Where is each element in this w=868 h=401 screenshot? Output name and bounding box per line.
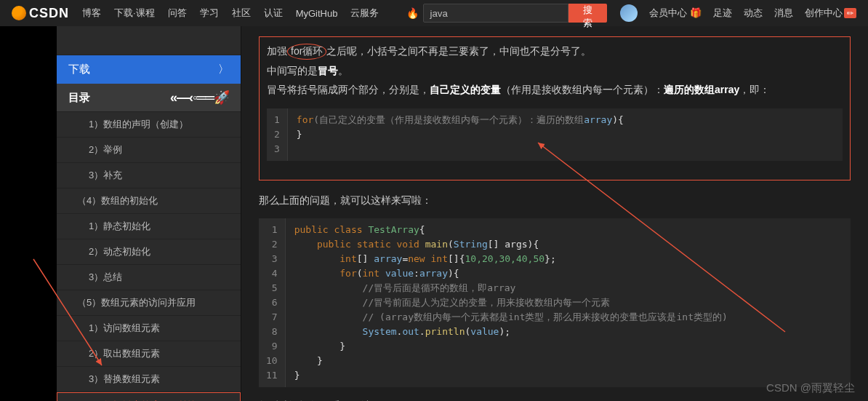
avatar[interactable]: [620, 4, 638, 22]
code-block-2: 1234567891011 public class TestArray{ pu…: [259, 218, 851, 387]
toc-list: 1）数组的声明（创建）2）举例3）补充（4）数组的初始化1）静态初始化2）动态初…: [57, 112, 241, 401]
left-gutter: [0, 26, 57, 401]
fire-icon: 🔥: [406, 7, 419, 19]
ellipse-annotation: for循环: [287, 44, 326, 60]
paragraph-1: 加强for循环之后呢，小括号之间不再是三要素了，中间也不是分号了。: [267, 41, 843, 61]
search-input[interactable]: [423, 4, 568, 23]
nav-community[interactable]: 社区: [232, 7, 251, 20]
logo[interactable]: CSDN: [12, 6, 69, 21]
paragraph-4: 那么上面的问题，就可以这样来写啦：: [259, 191, 851, 210]
toc-item[interactable]: 2）举例: [57, 138, 241, 163]
toc-item[interactable]: 4）数组元素的遍历（轮询）: [57, 392, 241, 401]
article-content: 加强for循环之后呢，小括号之间不再是三要素了，中间也不是分号了。 中间写的是冒…: [241, 26, 868, 401]
logo-icon: [12, 6, 26, 20]
line-gutter: 123: [267, 108, 288, 161]
sidebar-download[interactable]: 下载 〉: [57, 55, 241, 84]
nav-create[interactable]: 创作中心✏: [805, 7, 856, 20]
main-layout: 下载 〉 目录 «—‹◦══🚀 1）数组的声明（创建）2）举例3）补充（4）数组…: [0, 26, 868, 401]
toc-item[interactable]: 3）补充: [57, 163, 241, 188]
highlight-box: 加强for循环之后呢，小括号之间不再是三要素了，中间也不是分号了。 中间写的是冒…: [259, 36, 851, 180]
code-body[interactable]: for(自己定义的变量（作用是接收数组内每一个元素）：遍历的数组array){}: [288, 108, 632, 161]
top-navigation: CSDN 博客 下载·课程 问答 学习 社区 认证 MyGitHub 云服务 🔥…: [0, 0, 868, 26]
download-label: 下载: [68, 63, 90, 76]
nav-qa[interactable]: 问答: [168, 7, 187, 20]
nav-learn[interactable]: 学习: [200, 7, 219, 20]
toc-item[interactable]: （4）数组的初始化: [57, 188, 241, 214]
nav-github[interactable]: MyGitHub: [296, 8, 338, 19]
chevron-right-icon: 〉: [218, 63, 229, 76]
search-button[interactable]: 搜索: [568, 4, 608, 23]
nav-right: 会员中心 🎁 足迹 动态 消息 创作中心✏: [620, 4, 856, 22]
search-wrap: 🔥 搜索: [406, 4, 607, 23]
nav-activity[interactable]: 动态: [744, 7, 763, 20]
sidebar: 下载 〉 目录 «—‹◦══🚀 1）数组的声明（创建）2）举例3）补充（4）数组…: [57, 26, 241, 401]
nav-message[interactable]: 消息: [774, 7, 793, 20]
paragraph-5: 然后编译运行，看一下结果：: [259, 396, 851, 401]
toc-item[interactable]: 1）静态初始化: [57, 214, 241, 239]
code-block-1: 123 for(自己定义的变量（作用是接收数组内每一个元素）：遍历的数组arra…: [267, 108, 843, 161]
toc-item[interactable]: 3）总结: [57, 265, 241, 290]
nav-download[interactable]: 下载·课程: [114, 7, 155, 20]
toc-item[interactable]: 2）动态初始化: [57, 239, 241, 265]
nav-blog[interactable]: 博客: [82, 7, 101, 20]
nav-cert[interactable]: 认证: [264, 7, 283, 20]
sidebar-spacer: [57, 26, 241, 55]
pen-icon: ✏: [844, 8, 856, 18]
gift-icon: 🎁: [690, 7, 702, 18]
code-body[interactable]: public class TestArray{ public static vo…: [286, 218, 736, 387]
toc-item[interactable]: 1）访问数组元素: [57, 316, 241, 341]
nav-vip[interactable]: 会员中心 🎁: [649, 7, 702, 20]
paragraph-2: 中间写的是冒号。: [267, 61, 843, 81]
catalog-label: 目录: [68, 91, 90, 105]
toc-item[interactable]: 1）数组的声明（创建）: [57, 112, 241, 138]
nav-cloud[interactable]: 云服务: [350, 7, 379, 20]
sidebar-catalog-header: 目录 «—‹◦══🚀: [57, 84, 241, 112]
toc-item[interactable]: （5）数组元素的访问并应用: [57, 290, 241, 316]
rocket-icon: «—‹◦══🚀: [170, 90, 229, 106]
paragraph-3: 冒号将括号隔成两个部分，分别是，自己定义的变量（作用是接收数组内每一个元素）：遍…: [267, 80, 843, 100]
toc-item[interactable]: 3）替换数组元素: [57, 367, 241, 392]
nav-footprint[interactable]: 足迹: [713, 7, 732, 20]
line-gutter: 1234567891011: [259, 218, 286, 387]
toc-item[interactable]: 2）取出数组元素: [57, 341, 241, 367]
